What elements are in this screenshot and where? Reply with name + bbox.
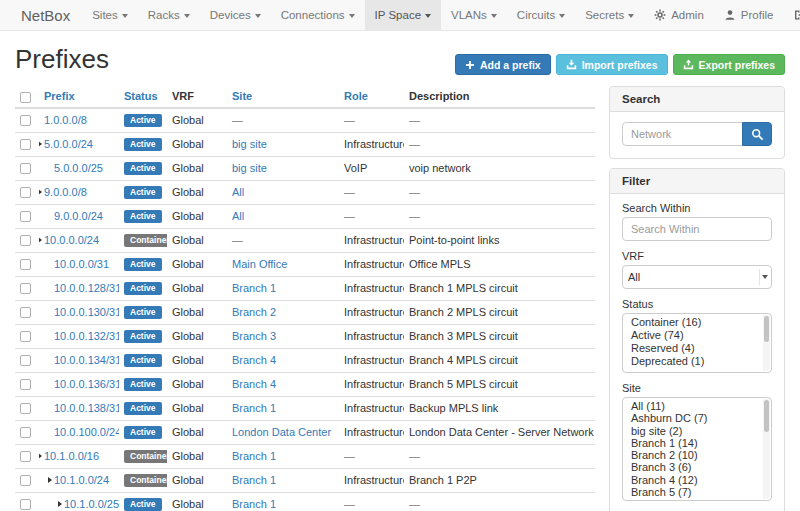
expand-caret-icon[interactable] — [39, 237, 42, 243]
prefix-link[interactable]: 10.0.100.0/24 — [54, 426, 119, 438]
row-checkbox[interactable] — [20, 403, 31, 414]
prefix-link[interactable]: 10.0.0.128/31 — [54, 282, 119, 294]
prefix-link[interactable]: 10.1.0.0/16 — [44, 450, 99, 462]
nav-item-label: Profile — [741, 9, 774, 21]
row-checkbox[interactable] — [20, 307, 31, 318]
row-checkbox[interactable] — [20, 451, 31, 462]
row-checkbox[interactable] — [20, 211, 31, 222]
listbox-option[interactable]: Reserved (4) — [623, 342, 771, 355]
nav-item-sites[interactable]: Sites — [82, 0, 138, 30]
vrf-select[interactable]: All — [622, 265, 772, 289]
column-header-role[interactable]: Role — [344, 90, 368, 102]
prefix-link[interactable]: 10.0.0.136/31 — [54, 378, 119, 390]
listbox-option[interactable]: Branch 4 (12) — [623, 474, 771, 486]
nav-item-ip-space[interactable]: IP Space — [365, 0, 441, 30]
nav-item-vlans[interactable]: VLANs — [441, 0, 507, 30]
export-prefixes-button[interactable]: Export prefixes — [673, 54, 785, 75]
prefix-link[interactable]: 9.0.0.0/24 — [54, 210, 103, 222]
prefix-link[interactable]: 5.0.0.0/24 — [44, 138, 93, 150]
site-link[interactable]: London Data Center — [232, 426, 331, 438]
listbox-option[interactable]: Branch 3 (6) — [623, 461, 771, 473]
nav-item-circuits[interactable]: Circuits — [507, 0, 575, 30]
table-row: 10.0.0.130/31ActiveGlobalBranch 2Infrast… — [15, 300, 595, 324]
listbox-option[interactable]: Deprecated (1) — [623, 355, 771, 368]
site-link[interactable]: Branch 4 — [232, 354, 276, 366]
row-checkbox[interactable] — [20, 163, 31, 174]
listbox-option[interactable]: Ashburn DC (7) — [623, 412, 771, 424]
row-checkbox[interactable] — [20, 355, 31, 366]
column-header-status[interactable]: Status — [124, 90, 158, 102]
nav-item-log-out[interactable]: Log out — [783, 0, 800, 30]
site-link[interactable]: Branch 1 — [232, 282, 276, 294]
row-checkbox[interactable] — [20, 499, 31, 510]
import-prefixes-button[interactable]: Import prefixes — [556, 54, 668, 75]
select-all-checkbox[interactable] — [20, 92, 31, 103]
expand-caret-icon[interactable] — [58, 501, 62, 507]
column-header-prefix[interactable]: Prefix — [44, 90, 75, 102]
add-a-prefix-button[interactable]: Add a prefix — [455, 54, 551, 75]
prefix-link[interactable]: 10.1.0.0/25 — [64, 498, 119, 510]
nav-item-profile[interactable]: Profile — [714, 0, 784, 30]
prefix-link[interactable]: 10.0.0.0/24 — [44, 234, 99, 246]
row-checkbox[interactable] — [20, 259, 31, 270]
scrollbar-track[interactable] — [763, 315, 770, 371]
scrollbar-thumb[interactable] — [764, 400, 769, 432]
scrollbar-track[interactable] — [763, 399, 770, 499]
site-link[interactable]: Branch 1 — [232, 474, 276, 486]
row-checkbox[interactable] — [20, 379, 31, 390]
prefix-link[interactable]: 10.1.0.0/24 — [54, 474, 109, 486]
site-link[interactable]: Branch 3 — [232, 330, 276, 342]
empty-value: — — [344, 498, 355, 510]
expand-caret-icon[interactable] — [48, 477, 52, 483]
prefix-link[interactable]: 9.0.0.0/8 — [44, 186, 87, 198]
prefix-link[interactable]: 5.0.0.0/25 — [54, 162, 103, 174]
column-header-site[interactable]: Site — [232, 90, 252, 102]
prefix-link[interactable]: 10.0.0.138/31 — [54, 402, 119, 414]
site-link[interactable]: All — [232, 186, 244, 198]
site-link[interactable]: Branch 1 — [232, 498, 276, 510]
site-link[interactable]: Branch 2 — [232, 306, 276, 318]
row-checkbox[interactable] — [20, 139, 31, 150]
prefix-link[interactable]: 10.0.0.0/31 — [54, 258, 109, 270]
listbox-option[interactable]: Branch 2 (10) — [623, 449, 771, 461]
listbox-option[interactable]: Active (74) — [623, 329, 771, 342]
listbox-option[interactable]: big site (2) — [623, 425, 771, 437]
row-checkbox[interactable] — [20, 331, 31, 342]
site-link[interactable]: big site — [232, 138, 267, 150]
search-button[interactable] — [742, 122, 772, 146]
row-checkbox[interactable] — [20, 187, 31, 198]
listbox-option[interactable]: COLO-1-24 (2) — [623, 498, 771, 501]
empty-value: — — [344, 210, 355, 222]
nav-item-devices[interactable]: Devices — [200, 0, 271, 30]
row-checkbox[interactable] — [20, 427, 31, 438]
nav-item-connections[interactable]: Connections — [271, 0, 365, 30]
row-checkbox[interactable] — [20, 235, 31, 246]
row-checkbox[interactable] — [20, 475, 31, 486]
expand-caret-icon[interactable] — [39, 189, 42, 195]
listbox-option[interactable]: Branch 5 (7) — [623, 486, 771, 498]
site-link[interactable]: big site — [232, 162, 267, 174]
prefix-link[interactable]: 10.0.0.134/31 — [54, 354, 119, 366]
nav-item-secrets[interactable]: Secrets — [575, 0, 644, 30]
search-within-input[interactable] — [622, 217, 772, 241]
site-link[interactable]: Main Office — [232, 258, 287, 270]
search-input[interactable] — [622, 122, 743, 146]
scrollbar-thumb[interactable] — [764, 316, 769, 342]
row-checkbox[interactable] — [20, 283, 31, 294]
site-link[interactable]: All — [232, 210, 244, 222]
site-link[interactable]: Branch 1 — [232, 402, 276, 414]
brand-logo[interactable]: NetBox — [9, 0, 82, 30]
expand-caret-icon[interactable] — [39, 453, 42, 459]
site-link[interactable]: Branch 1 — [232, 450, 276, 462]
prefix-link[interactable]: 1.0.0.0/8 — [44, 114, 87, 126]
prefix-link[interactable]: 10.0.0.132/31 — [54, 330, 119, 342]
expand-caret-icon[interactable] — [39, 141, 42, 147]
listbox-option[interactable]: All (11) — [623, 400, 771, 412]
row-checkbox[interactable] — [20, 115, 31, 126]
listbox-option[interactable]: Branch 1 (14) — [623, 437, 771, 449]
nav-item-racks[interactable]: Racks — [138, 0, 200, 30]
site-link[interactable]: Branch 4 — [232, 378, 276, 390]
listbox-option[interactable]: Container (16) — [623, 316, 771, 329]
prefix-link[interactable]: 10.0.0.130/31 — [54, 306, 119, 318]
nav-item-admin[interactable]: Admin — [644, 0, 714, 30]
